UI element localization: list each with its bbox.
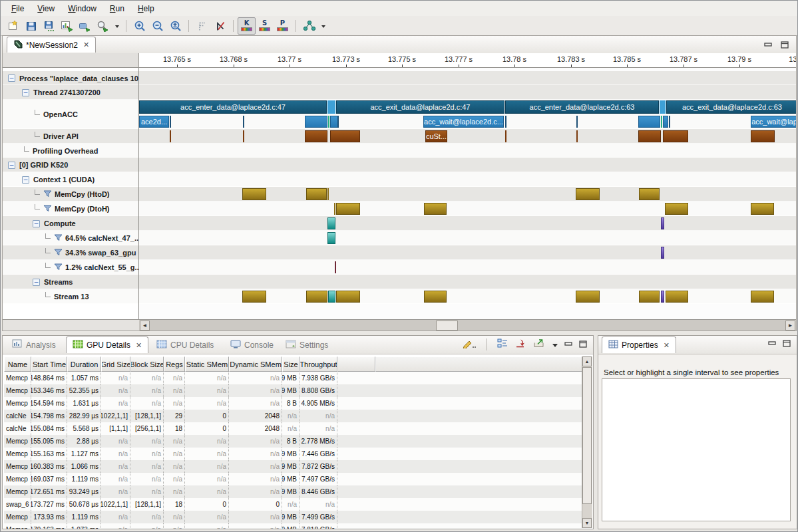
timeline-bar[interactable] xyxy=(242,188,266,200)
menu-view[interactable]: View xyxy=(31,2,61,15)
scroll-thumb[interactable] xyxy=(436,321,458,331)
timeline-bar[interactable] xyxy=(335,261,336,273)
tree-item-0-grid-k520[interactable]: −[0] GRID K520 xyxy=(3,158,139,172)
scroll-down-arrow[interactable]: ▼ xyxy=(582,518,592,528)
collapse-icon[interactable]: − xyxy=(33,279,40,286)
timeline-bar[interactable] xyxy=(661,291,664,303)
column-header-regs[interactable]: Regs xyxy=(164,356,185,372)
table-row[interactable]: Memcp155.163 ms1.127 msn/an/an/an/an/a9 … xyxy=(4,448,582,460)
marker-f-button[interactable] xyxy=(193,17,211,35)
timeline-bar[interactable]: acc_enter_data@laplace2d.c:63 xyxy=(505,100,659,114)
collapse-icon[interactable]: − xyxy=(8,162,15,169)
table-row[interactable]: Memcp153.346 ms52.355 µsn/an/an/an/an/a9… xyxy=(4,384,582,397)
timeline-row-stream-13[interactable] xyxy=(139,289,796,304)
column-header-block-size[interactable]: Block Size xyxy=(130,356,164,372)
table-row[interactable]: Memcp169.037 ms1.119 msn/an/an/an/an/a9 … xyxy=(4,473,582,485)
tab-cpu-details[interactable]: CPU Details xyxy=(150,336,220,353)
timeline-bar[interactable]: acc_exit_data@laplace2d.c:47 xyxy=(336,100,504,114)
tree-item-memcpy-dtoh[interactable]: MemCpy (DtoH) xyxy=(3,201,139,216)
column-header-name[interactable]: Name xyxy=(4,356,31,372)
timeline-bar[interactable] xyxy=(639,291,660,303)
timeline-h-scrollbar[interactable]: ◄ ► xyxy=(139,319,796,331)
column-header-duration[interactable]: Duration xyxy=(67,356,101,372)
table-row[interactable]: Memcp173.93 ms1.119 msn/an/an/an/an/a9 M… xyxy=(4,511,582,523)
minimize-icon[interactable] xyxy=(764,39,773,51)
timeline-row-memcpy-htod[interactable] xyxy=(139,187,796,201)
timeline-bar[interactable] xyxy=(305,116,327,128)
tree-item-thread-2741307200[interactable]: −Thread 2741307200 xyxy=(3,85,139,100)
btn-p-button[interactable]: P xyxy=(274,17,292,35)
outline-button[interactable] xyxy=(497,338,508,351)
column-header-throughput[interactable]: Throughput xyxy=(299,356,337,372)
tree-item-compute[interactable]: −Compute xyxy=(3,216,139,231)
timeline-bar[interactable] xyxy=(505,116,506,128)
search-button[interactable] xyxy=(94,17,112,35)
close-icon[interactable]: ✕ xyxy=(136,341,142,350)
timeline-bar[interactable] xyxy=(576,291,600,303)
timeline-bar[interactable] xyxy=(661,116,662,128)
tree-item-openacc[interactable]: OpenACC xyxy=(3,100,139,129)
timeline-bar[interactable] xyxy=(639,188,660,200)
timeline-bar[interactable]: acc_exit_data@laplace2d.c:63 xyxy=(666,100,796,114)
btn-s-button[interactable]: S xyxy=(256,17,274,35)
timeline-row-context-1[interactable] xyxy=(139,172,796,187)
scroll-thumb[interactable] xyxy=(582,367,592,504)
timeline-bar[interactable] xyxy=(334,203,335,215)
close-icon[interactable]: ✕ xyxy=(664,341,670,350)
timeline-bar[interactable]: cuSt... xyxy=(425,130,447,142)
table-row[interactable]: Memcp154.594 ms1.631 µsn/an/an/an/an/a8 … xyxy=(4,397,582,410)
analyze-button[interactable] xyxy=(58,17,76,35)
tree-item-memcpy-htod[interactable]: MemCpy (HtoD) xyxy=(3,187,139,201)
timeline-row-thread[interactable] xyxy=(139,85,796,100)
timeline-row-process[interactable] xyxy=(139,71,796,85)
timeline-row-streams[interactable] xyxy=(139,275,796,289)
timeline-bar[interactable] xyxy=(661,217,664,229)
zoom-in-button[interactable] xyxy=(130,17,148,35)
timeline-row-kernel-swap63[interactable] xyxy=(139,245,796,260)
timeline-bar[interactable] xyxy=(242,291,266,303)
table-row[interactable]: Memcp160.383 ms1.066 msn/an/an/an/an/a9 … xyxy=(4,460,582,473)
gpu-table-v-scrollbar[interactable]: ▲ ▼ xyxy=(582,356,592,528)
maximize-button[interactable] xyxy=(579,338,588,350)
scroll-left-arrow[interactable]: ◄ xyxy=(140,321,150,331)
timeline-bar[interactable] xyxy=(666,291,688,303)
timeline-bar[interactable] xyxy=(576,188,600,200)
column-header-start-time[interactable]: Start Time xyxy=(31,356,67,372)
save-all-button[interactable] xyxy=(40,17,58,35)
menu-run[interactable]: Run xyxy=(103,2,131,15)
timeline-row-driver-api[interactable] xyxy=(139,129,796,144)
timeline-bar[interactable] xyxy=(337,116,339,128)
timeline-bar[interactable]: acc_enter_data@laplace2d.c:47 xyxy=(139,100,327,114)
save-button[interactable] xyxy=(22,17,40,35)
minimize-button[interactable] xyxy=(564,338,573,350)
tree-item-stream-13[interactable]: Stream 13 xyxy=(3,289,139,304)
menu-help[interactable]: Help xyxy=(131,2,161,15)
timeline-bar[interactable] xyxy=(306,291,327,303)
timeline-bar[interactable] xyxy=(424,291,447,303)
timeline-bar[interactable] xyxy=(751,291,774,303)
timeline-bar[interactable] xyxy=(505,130,506,142)
column-header-size[interactable]: Size xyxy=(282,356,299,372)
column-header-dynamic-smem[interactable]: Dynamic SMem xyxy=(229,356,282,372)
timeline-bar[interactable] xyxy=(638,116,660,128)
red-arrow-button[interactable] xyxy=(514,338,526,351)
table-row[interactable]: calcNe154.798 ms282.99 µs1022,1,1][128,1… xyxy=(4,410,582,422)
maximize-icon[interactable] xyxy=(783,338,791,350)
rename-button[interactable] xyxy=(76,17,94,35)
timeline-bar[interactable] xyxy=(243,130,244,142)
timeline-bar[interactable] xyxy=(327,100,335,114)
timeline-bar[interactable] xyxy=(327,188,329,200)
tab-console[interactable]: Console xyxy=(224,336,280,353)
timeline-bar[interactable] xyxy=(328,291,335,303)
tab-properties[interactable]: Properties ✕ xyxy=(602,336,676,353)
timeline-bar[interactable] xyxy=(327,217,335,229)
close-icon[interactable]: ✕ xyxy=(83,41,89,49)
tab-analysis[interactable]: Analysis xyxy=(6,336,62,353)
timeline-bar[interactable] xyxy=(336,203,360,215)
timeline-bar[interactable] xyxy=(330,130,360,142)
timeline-bar[interactable] xyxy=(663,130,688,142)
timeline-canvas[interactable]: acc_enter_data@laplace2d.c:47acc_exit_da… xyxy=(139,68,796,319)
tab-gpu-details[interactable]: GPU Details✕ xyxy=(66,336,148,353)
timeline-bar[interactable] xyxy=(328,116,329,128)
timeline-row-compute[interactable] xyxy=(139,216,796,231)
